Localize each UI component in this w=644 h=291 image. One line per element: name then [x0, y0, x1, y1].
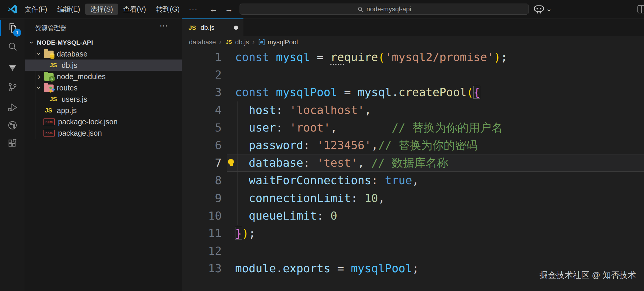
breadcrumb-separator-icon: › — [252, 38, 255, 46]
folder-node-modules-icon: js — [44, 73, 54, 81]
line-number: 9 — [191, 190, 222, 207]
js-file-icon: JS — [48, 62, 58, 69]
code-text: const mysql = require('mysql2/promise'); — [235, 48, 507, 66]
activity-extensions-icon[interactable] — [5, 136, 20, 151]
line-number: 2 — [191, 66, 222, 84]
breadcrumb-item-mysqlPool[interactable]: mysqlPool — [258, 38, 298, 46]
activity-search-icon[interactable] — [5, 39, 20, 54]
layout-panel-icon[interactable] — [637, 5, 644, 13]
code-line-7: 7 database: 'test', // 数据库名称 — [182, 154, 644, 172]
npm-file-icon: npm — [43, 130, 55, 137]
title-bar: 文件(F)编辑(E)选择(S)查看(V)转到(G)··· ← → node-my… — [0, 0, 644, 18]
explorer-sidebar: 资源管理器 ⋯ › NODE-MYSQL-API ›databaseJSdb.j… — [25, 18, 182, 291]
active-view-indicator — [0, 20, 1, 36]
line-number: 12 — [191, 242, 222, 260]
file-icon-wrap — [44, 50, 54, 58]
activity-explorer-icon[interactable]: 1 — [5, 21, 20, 35]
menu-item[interactable]: 编辑(E) — [52, 4, 85, 15]
modified-dot-icon[interactable] — [234, 26, 238, 30]
activity-source-control-icon[interactable] — [5, 80, 20, 95]
menu-more-button[interactable]: ··· — [185, 5, 202, 13]
tree-item-package-lock.json[interactable]: npmpackage-lock.json — [25, 116, 182, 127]
file-icon-wrap: npm — [43, 130, 55, 137]
breadcrumb-label: mysqlPool — [268, 38, 298, 46]
tree-item-app.js[interactable]: JSapp.js — [25, 105, 182, 116]
editor-tab-strip: JS db.js — [182, 18, 644, 36]
code-line-6: 6 password: '123456',// 替换为你的密码 — [182, 137, 644, 154]
breadcrumb-label: database — [189, 38, 216, 46]
folder-routes-icon — [44, 85, 54, 92]
menu-item[interactable]: 选择(S) — [85, 4, 118, 15]
root-folder-label: NODE-MYSQL-API — [37, 39, 93, 46]
activity-remote-icon[interactable] — [5, 118, 20, 133]
file-icon-wrap — [44, 84, 54, 92]
code-line-4: 4 host: 'localhost', — [182, 101, 644, 119]
line-number: 4 — [191, 101, 222, 119]
file-icon-wrap: js — [44, 72, 54, 81]
chevron-expanded-icon: › — [36, 85, 42, 91]
code-text: host: 'localhost', — [235, 101, 371, 119]
breadcrumb-item-database[interactable]: database — [189, 38, 216, 46]
tree-item-label: db.js — [62, 61, 77, 70]
explorer-badge: 1 — [13, 29, 21, 37]
tree-item-package.json[interactable]: npmpackage.json — [25, 127, 182, 139]
chevron-expanded-icon: › — [29, 39, 35, 46]
menu-bar: 文件(F)编辑(E)选择(S)查看(V)转到(G)··· — [20, 4, 202, 15]
file-icon-wrap: JS — [48, 96, 58, 103]
code-text: password: '123456',// 替换为你的密码 — [235, 137, 478, 154]
sidebar-header: 资源管理器 ⋯ — [25, 18, 182, 36]
line-number: 1 — [191, 48, 222, 66]
breadcrumb-label: db.js — [235, 38, 249, 46]
code-line-2: 2 — [182, 66, 644, 84]
menu-item[interactable]: 文件(F) — [20, 4, 52, 15]
chevron-down-icon[interactable]: ⌄ — [545, 5, 552, 12]
code-text: database: 'test', // 数据库名称 — [235, 154, 448, 172]
breadcrumb-item-db.js[interactable]: JSdb.js — [225, 38, 249, 46]
file-icon-wrap: JS — [43, 107, 54, 114]
tree-item-db.js[interactable]: JSdb.js — [25, 60, 182, 71]
code-text: queueLimit: 0 — [235, 207, 337, 225]
sidebar-more-actions[interactable]: ⋯ — [160, 21, 168, 31]
line-number: 6 — [191, 137, 222, 154]
tree-item-label: package-lock.json — [58, 118, 118, 126]
watermark-text: 掘金技术社区 @ 知否技术 — [540, 270, 636, 281]
tree-item-routes[interactable]: ›routes — [25, 82, 182, 93]
command-center-search[interactable]: node-mysql-api — [240, 4, 529, 15]
tree-item-users.js[interactable]: JSusers.js — [25, 93, 182, 105]
tree-item-label: database — [57, 50, 87, 58]
menu-item[interactable]: 转到(G) — [151, 4, 185, 15]
line-number: 10 — [191, 207, 222, 225]
breadcrumb-separator-icon: › — [219, 38, 222, 46]
activity-filter-icon[interactable] — [5, 60, 20, 75]
code-text: waitForConnections: true, — [235, 172, 419, 189]
code-line-12: 12 — [182, 242, 644, 260]
js-file-icon: JS — [225, 39, 233, 45]
copilot-icon[interactable] — [533, 4, 545, 14]
line-number: 3 — [191, 84, 222, 101]
tree-item-label: node_modules — [57, 72, 106, 81]
npm-file-icon: npm — [43, 118, 55, 125]
search-value: node-mysql-api — [366, 5, 411, 13]
line-number: 5 — [191, 119, 222, 137]
tree-item-database[interactable]: ›database — [25, 48, 182, 60]
sidebar-root-folder[interactable]: › NODE-MYSQL-API — [25, 37, 182, 48]
tree-item-label: routes — [57, 84, 77, 92]
code-text: user: 'root', // 替换为你的用户名 — [235, 119, 503, 137]
line-number: 8 — [191, 172, 222, 189]
nav-back-icon[interactable]: ← — [208, 4, 218, 14]
menu-item[interactable]: 查看(V) — [118, 4, 151, 15]
code-line-5: 5 user: 'root', // 替换为你的用户名 — [182, 119, 644, 137]
tree-item-label: users.js — [62, 95, 87, 104]
sidebar-title: 资源管理器 — [35, 24, 66, 32]
code-line-8: 8 waitForConnections: true, — [182, 172, 644, 190]
tab-db-js[interactable]: JS db.js — [182, 18, 243, 36]
tree-item-label: package.json — [58, 129, 102, 137]
js-file-icon: JS — [48, 96, 58, 103]
code-text: connectionLimit: 10, — [235, 190, 385, 207]
folder-database-icon — [44, 51, 54, 58]
chevron-expanded-icon: › — [36, 51, 42, 57]
nav-forward-icon[interactable]: → — [224, 4, 234, 14]
activity-run-debug-icon[interactable] — [5, 100, 20, 115]
tree-item-node_modules[interactable]: ›jsnode_modules — [25, 71, 182, 82]
breadcrumb: database›JSdb.js›mysqlPool — [182, 36, 644, 48]
